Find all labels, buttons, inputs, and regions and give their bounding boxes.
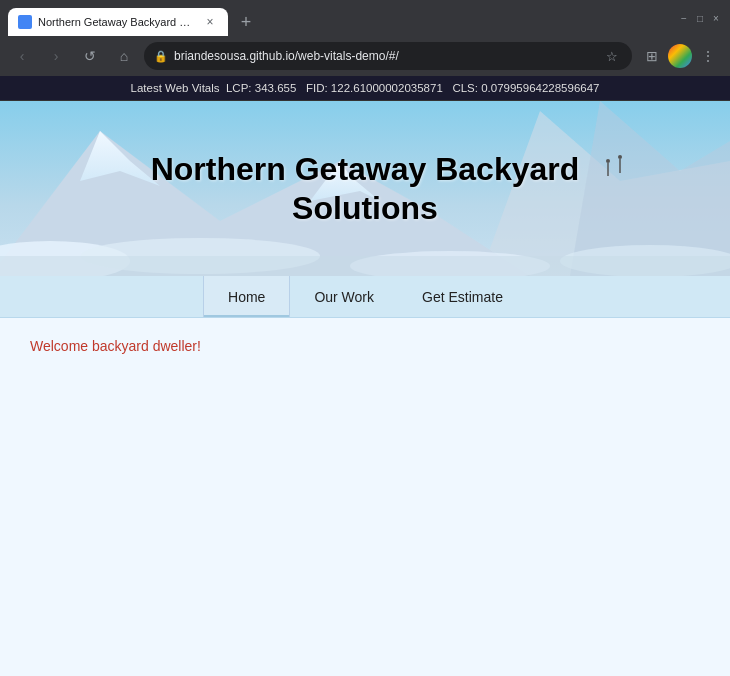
fid-value: 122.61000002035871 xyxy=(331,82,443,94)
bookmark-icon[interactable]: ☆ xyxy=(602,46,622,66)
welcome-message: Welcome backyard dweller! xyxy=(30,338,700,354)
address-right-icons: ☆ xyxy=(602,46,622,66)
nav-item-our-work[interactable]: Our Work xyxy=(290,276,398,317)
window-controls: − □ × xyxy=(678,12,722,24)
extensions-icon[interactable]: ⊞ xyxy=(638,42,666,70)
back-button[interactable]: ‹ xyxy=(8,42,36,70)
web-vitals-bar: Latest Web Vitals LCP: 343.655 FID: 122.… xyxy=(0,76,730,101)
hero-section: Northern Getaway Backyard Solutions xyxy=(0,101,730,276)
lock-icon: 🔒 xyxy=(154,50,168,63)
forward-button[interactable]: › xyxy=(42,42,70,70)
minimize-button[interactable]: − xyxy=(678,12,690,24)
home-button[interactable]: ⌂ xyxy=(110,42,138,70)
svg-point-6 xyxy=(618,155,622,159)
hero-title: Northern Getaway Backyard Solutions xyxy=(151,150,580,227)
hero-title-line1: Northern Getaway Backyard xyxy=(151,150,580,188)
cls-value: 0.07995964228596647 xyxy=(481,82,599,94)
refresh-button[interactable]: ↺ xyxy=(76,42,104,70)
maximize-button[interactable]: □ xyxy=(694,12,706,24)
svg-rect-14 xyxy=(0,256,730,276)
browser-tab[interactable]: Northern Getaway Backyard Sol... × xyxy=(8,8,228,36)
site-content: Latest Web Vitals LCP: 343.655 FID: 122.… xyxy=(0,76,730,676)
nav-item-home[interactable]: Home xyxy=(203,276,290,317)
new-tab-button[interactable]: + xyxy=(232,8,260,36)
web-vitals-label: Latest Web Vitals xyxy=(131,82,220,94)
site-nav: Home Our Work Get Estimate xyxy=(0,276,730,318)
nav-item-get-estimate[interactable]: Get Estimate xyxy=(398,276,527,317)
cls-label: CLS: xyxy=(452,82,478,94)
browser-frame: Northern Getaway Backyard Sol... × + − □… xyxy=(0,0,730,676)
hero-title-line2: Solutions xyxy=(151,189,580,227)
tab-favicon xyxy=(18,15,32,29)
address-bar[interactable]: 🔒 briandesousa.github.io/web-vitals-demo… xyxy=(144,42,632,70)
url-text: briandesousa.github.io/web-vitals-demo/#… xyxy=(174,49,596,63)
tab-title: Northern Getaway Backyard Sol... xyxy=(38,16,196,28)
close-button[interactable]: × xyxy=(710,12,722,24)
browser-toolbar-icons: ⊞ ⋮ xyxy=(638,42,722,70)
browser-titlebar: Northern Getaway Backyard Sol... × + − □… xyxy=(0,0,730,36)
browser-addressbar: ‹ › ↺ ⌂ 🔒 briandesousa.github.io/web-vit… xyxy=(0,36,730,76)
fid-label: FID: xyxy=(306,82,328,94)
lcp-value: 343.655 xyxy=(255,82,297,94)
svg-point-4 xyxy=(606,159,610,163)
tab-area: Northern Getaway Backyard Sol... × + xyxy=(8,0,674,36)
profile-icon[interactable] xyxy=(668,44,692,68)
tab-close-button[interactable]: × xyxy=(202,14,218,30)
site-main: Welcome backyard dweller! xyxy=(0,318,730,676)
lcp-label: LCP: xyxy=(226,82,252,94)
menu-icon[interactable]: ⋮ xyxy=(694,42,722,70)
